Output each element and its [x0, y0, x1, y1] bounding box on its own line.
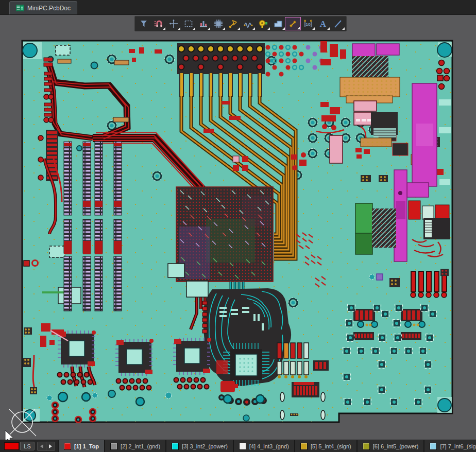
scroll-layers-left-button[interactable] [38, 442, 46, 450]
layer-tab-6-int5-power[interactable]: [6] 6_int5_(power) [356, 440, 424, 452]
layer-tab-label: [1] 1_Top [74, 443, 99, 449]
layer-tab-bar: LS [1] 1_Top [2] 2_int1_(gnd) [3] 3_int2… [0, 440, 476, 452]
pcb-editor-viewport[interactable]: 10 A [0, 14, 476, 440]
board-insight-icon[interactable] [196, 17, 211, 30]
layer-color-swatch [64, 443, 71, 450]
scroll-layers-right-button[interactable] [46, 442, 55, 450]
place-via-icon[interactable] [256, 17, 270, 30]
layer-set-button[interactable]: LS [20, 442, 35, 450]
layer-color-swatch [300, 443, 308, 450]
layer-scroll-buttons [37, 442, 55, 451]
layer-tab-2-int1-gnd[interactable]: [2] 2_int1_(gnd) [104, 440, 165, 452]
layer-tab-3-int2-power[interactable]: [3] 3_int2_(power) [165, 440, 233, 452]
pcb-board[interactable] [22, 41, 452, 423]
layer-color-swatch [110, 443, 117, 450]
left-arrow-icon [40, 444, 43, 448]
place-line-icon[interactable] [330, 17, 345, 30]
svg-text:A: A [319, 19, 326, 29]
layer-tab-label: [3] 3_int2_(power) [182, 443, 228, 449]
select-region-icon[interactable] [181, 17, 196, 30]
layer-tab-label: [5] 5_int4_(sign) [311, 443, 351, 449]
layer-tab-1-top[interactable]: [1] 1_Top [58, 440, 104, 452]
interactive-routing-icon[interactable] [226, 17, 241, 30]
current-layer-swatch [4, 442, 19, 450]
layer-tab-7-int6-sign[interactable]: [7] 7_int6_(sign) [423, 440, 476, 452]
filter-icon[interactable] [136, 17, 151, 30]
layer-tab-4-int3-gnd[interactable]: [4] 4_int3_(gnd) [233, 440, 294, 452]
layer-set-label: LS [24, 443, 30, 449]
snapping-magnet-icon[interactable] [151, 17, 166, 30]
keepout-pad [186, 281, 208, 297]
cross-probe-icon[interactable] [166, 17, 181, 30]
place-component-icon[interactable] [211, 17, 226, 30]
document-tab-bar: MiniPC.PcbDoc [0, 0, 476, 15]
layer-tabs: [1] 1_Top [2] 2_int1_(gnd) [3] 3_int2_(p… [58, 440, 476, 452]
layer-tab-5-int4-sign[interactable]: [5] 5_int4_(sign) [294, 440, 356, 452]
place-trace-icon[interactable] [285, 18, 300, 30]
place-string-icon[interactable]: A [315, 17, 330, 30]
active-bar-toolbar: 10 A [134, 16, 347, 31]
keepout-pad [168, 264, 184, 277]
pcb-document-icon [16, 5, 24, 11]
layer-color-swatch [363, 443, 370, 450]
layer-tab-label: [6] 6_int5_(power) [373, 443, 419, 449]
right-arrow-icon [49, 444, 52, 448]
polygon-pour-icon[interactable] [270, 17, 285, 30]
document-tab[interactable]: MiniPC.PcbDoc [9, 1, 77, 14]
place-dimension-icon[interactable]: 10 [300, 17, 315, 30]
layer-color-swatch [172, 443, 179, 450]
layer-color-swatch [239, 443, 246, 450]
tune-length-icon[interactable] [241, 17, 256, 30]
pcb-canvas[interactable] [0, 14, 476, 440]
layer-tab-label: [2] 2_int1_(gnd) [121, 443, 160, 449]
layer-color-swatch [430, 443, 437, 450]
bga-chip [176, 187, 273, 282]
layer-tab-label: [7] 7_int6_(sign) [440, 443, 476, 449]
svg-text:10: 10 [305, 22, 310, 27]
layer-tab-label: [4] 4_int3_(gnd) [249, 443, 289, 449]
document-tab-title: MiniPC.PcbDoc [27, 5, 71, 12]
